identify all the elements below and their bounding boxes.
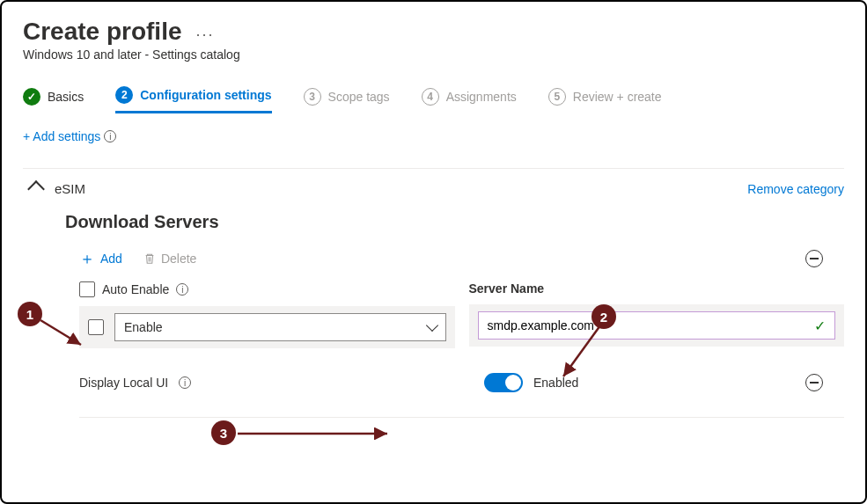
remove-category-link[interactable]: Remove category	[747, 182, 844, 196]
add-settings-label: + Add settings	[23, 129, 100, 143]
dropdown-value: Enable	[124, 320, 163, 334]
plus-icon: ＋	[79, 248, 95, 269]
annotation-2: 2	[591, 304, 616, 329]
step-number-icon: 5	[548, 88, 566, 106]
section-title: Download Servers	[65, 212, 844, 232]
chevron-up-icon[interactable]	[27, 180, 45, 198]
step-assignments[interactable]: 4 Assignments	[422, 88, 517, 113]
step-label: Configuration settings	[140, 88, 271, 102]
annotation-3: 3	[211, 420, 236, 445]
server-name-input-wrap: ✓	[478, 311, 836, 340]
wizard-steps: ✓ Basics 2 Configuration settings 3 Scop…	[23, 86, 844, 113]
step-number-icon: 2	[115, 86, 133, 104]
step-review-create[interactable]: 5 Review + create	[548, 88, 662, 113]
display-local-ui-label: Display Local UI	[79, 376, 168, 390]
trash-icon	[143, 252, 156, 265]
info-icon[interactable]: i	[104, 130, 116, 142]
category-header: eSIM Remove category	[23, 168, 844, 196]
delete-button: Delete	[143, 252, 196, 266]
table-row: ✓	[469, 304, 845, 347]
svg-line-0	[40, 320, 81, 345]
auto-enable-dropdown[interactable]: Enable	[114, 313, 446, 341]
page-subtitle: Windows 10 and later - Settings catalog	[23, 47, 844, 62]
display-local-ui-toggle[interactable]	[484, 373, 523, 392]
check-icon: ✓	[23, 88, 40, 106]
delete-label: Delete	[161, 252, 196, 266]
annotation-1: 1	[18, 302, 42, 326]
toggle-state-label: Enabled	[533, 376, 578, 390]
category-name: eSIM	[55, 181, 85, 196]
step-basics[interactable]: ✓ Basics	[23, 88, 84, 113]
step-label: Review + create	[573, 90, 662, 104]
collapse-icon[interactable]	[805, 250, 823, 267]
row-checkbox[interactable]	[88, 319, 104, 335]
step-label: Basics	[48, 90, 84, 104]
table-row: Enable	[79, 306, 455, 348]
add-button[interactable]: ＋ Add	[79, 248, 122, 269]
step-label: Assignments	[446, 90, 517, 104]
server-name-input[interactable]	[488, 318, 815, 332]
add-settings-link[interactable]: + Add settings i	[23, 129, 116, 143]
step-number-icon: 4	[422, 88, 439, 106]
chevron-down-icon	[425, 319, 437, 332]
step-number-icon: 3	[304, 88, 321, 106]
collapse-icon[interactable]	[805, 374, 823, 391]
page-title: Create profile	[23, 18, 182, 46]
add-label: Add	[100, 252, 122, 266]
info-icon[interactable]: i	[179, 376, 191, 389]
step-configuration-settings[interactable]: 2 Configuration settings	[115, 86, 271, 113]
valid-check-icon: ✓	[814, 318, 826, 334]
divider	[79, 417, 844, 418]
column-header-server-name: Server Name	[469, 281, 545, 296]
column-header-auto-enable: Auto Enable	[102, 282, 169, 296]
step-scope-tags[interactable]: 3 Scope tags	[304, 88, 390, 113]
step-label: Scope tags	[328, 90, 390, 104]
ellipsis-icon[interactable]: ···	[195, 26, 214, 43]
info-icon[interactable]: i	[176, 283, 188, 296]
select-all-checkbox[interactable]	[79, 281, 95, 297]
